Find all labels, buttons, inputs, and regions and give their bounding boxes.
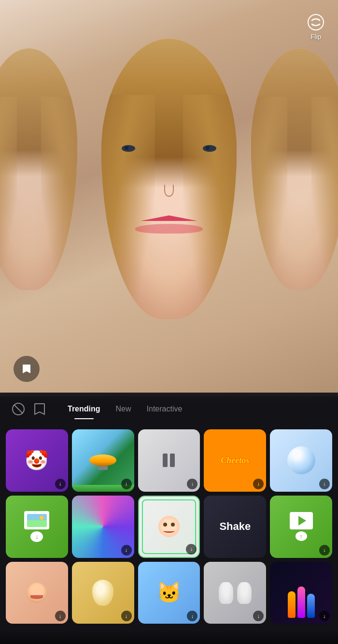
face-avatar-icon — [27, 583, 47, 603]
download-icon: ↓ — [323, 547, 326, 553]
download-badge: ↓ — [55, 611, 66, 621]
download-badge: ↓ — [319, 479, 330, 489]
filter-shake[interactable]: Shake — [204, 496, 266, 558]
download-badge: ↓ — [121, 611, 132, 621]
filter-cute-eye[interactable]: 🐱 ↓ — [138, 562, 200, 624]
download-icon: ↓ — [191, 614, 194, 619]
filter-abstract[interactable]: ↓ — [72, 496, 134, 558]
filter-face-scan[interactable]: ↓ — [138, 496, 200, 558]
download-icon: ↓ — [125, 614, 128, 619]
download-badge: ↓ — [121, 545, 132, 556]
download-icon: ↓ — [125, 481, 128, 486]
filter-cheetos[interactable]: Cheetos ↓ — [204, 429, 266, 492]
cheetos-label: Cheetos — [221, 455, 249, 466]
filter-airpods[interactable]: ↓ — [204, 562, 266, 624]
scan-face-icon — [158, 516, 180, 537]
flip-label: Flip — [310, 33, 322, 41]
flip-camera-icon — [307, 14, 324, 31]
face-left — [0, 48, 77, 290]
video-icon — [290, 512, 313, 529]
download-icon: ↓ — [257, 481, 260, 486]
download-icon: ↓ — [59, 614, 62, 619]
no-filter-button[interactable] — [10, 400, 27, 418]
tab-interactive[interactable]: Interactive — [139, 402, 190, 416]
download-icon: ↓ — [59, 481, 62, 486]
filter-panel: Trending New Interactive 🤡 ↓ — [0, 393, 338, 644]
filter-photo-download[interactable]: ↓ — [6, 496, 68, 558]
download-icon: ↓ — [323, 614, 326, 619]
svg-point-0 — [308, 15, 324, 30]
tab-trending[interactable]: Trending — [60, 402, 108, 416]
download-badge: ↓ — [319, 611, 330, 621]
flip-camera-button[interactable]: Flip — [307, 14, 324, 41]
filter-pause[interactable]: ↓ — [138, 429, 200, 492]
download-icon: ↓ — [125, 547, 128, 553]
blimp-icon — [89, 454, 116, 466]
saved-filters-button[interactable] — [31, 400, 48, 418]
bookmark-button[interactable] — [14, 356, 40, 382]
download-badge: ↓ — [319, 545, 330, 556]
no-filter-icon — [12, 402, 25, 416]
face-right — [251, 48, 338, 290]
shake-label: Shake — [219, 520, 251, 533]
download-badge: ↓ — [121, 479, 132, 489]
download-icon: ↓ — [190, 546, 193, 552]
filter-grid: 🤡 ↓ ↓ ↓ — [0, 422, 338, 624]
photo-icon — [24, 511, 49, 529]
bookmark-icon — [21, 363, 32, 375]
download-badge: ↓ — [187, 611, 197, 621]
download-icon: ↓ — [323, 481, 326, 486]
filter-bubble[interactable]: ↓ — [270, 429, 332, 492]
cute-face-icon: 🐱 — [156, 583, 182, 603]
download-icon: ↓ — [257, 614, 260, 619]
face-center — [101, 39, 237, 319]
download-badge: ↓ — [55, 479, 66, 489]
filter-blimp[interactable]: ↓ — [72, 429, 134, 492]
bubble-icon — [287, 446, 315, 474]
pause-icon — [163, 454, 175, 467]
filter-egg[interactable]: ↓ — [72, 562, 134, 624]
download-badge: ↓ — [253, 611, 264, 621]
filter-clown[interactable]: 🤡 ↓ — [6, 429, 68, 492]
egg-icon — [92, 580, 113, 606]
airpod-right-icon — [237, 582, 252, 604]
svg-line-2 — [14, 405, 22, 413]
download-badge: ↓ — [253, 479, 264, 489]
clown-icon: 🤡 — [25, 451, 49, 470]
bookmark-tab-icon — [34, 403, 45, 415]
tabs-row: Trending New Interactive — [0, 393, 338, 422]
filter-face-avatar[interactable]: ↓ — [6, 562, 68, 624]
camera-view: Flip — [0, 0, 338, 396]
tab-new[interactable]: New — [108, 402, 139, 416]
colorful-figures-icon — [288, 568, 315, 618]
filter-video[interactable]: ↑ ↓ — [270, 496, 332, 558]
airpod-left-icon — [219, 582, 233, 604]
filter-colorful[interactable]: ↓ — [270, 562, 332, 624]
scroll-hint — [0, 629, 338, 644]
download-badge: ↓ — [186, 544, 197, 555]
download-badge: ↓ — [187, 479, 197, 489]
download-icon: ↓ — [191, 481, 194, 486]
